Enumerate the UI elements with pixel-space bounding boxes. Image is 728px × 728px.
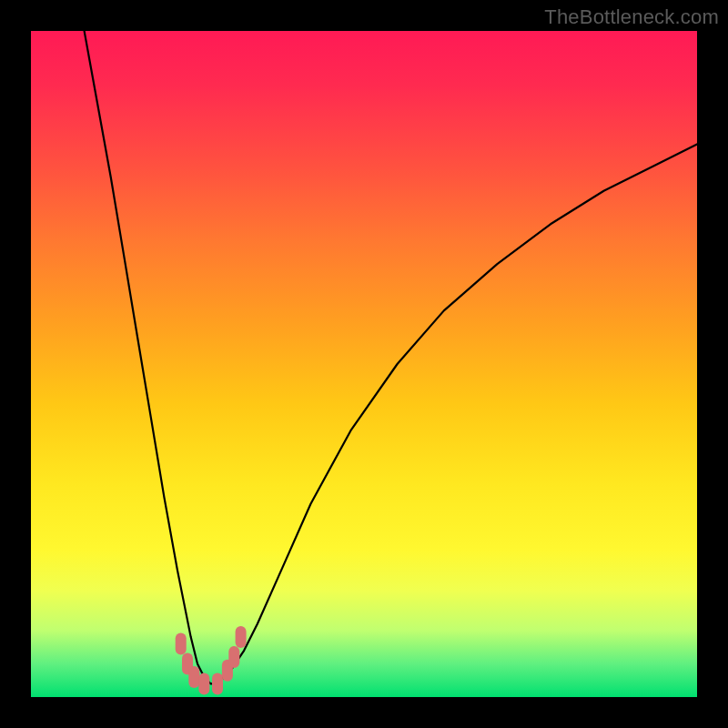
chart-svg [31, 31, 697, 697]
plot-area [31, 31, 697, 697]
bottleneck-curve [85, 31, 697, 683]
curve-marker [228, 646, 239, 668]
curve-marker [236, 626, 247, 648]
chart-container: TheBottleneck.com [0, 0, 728, 728]
curve-marker [198, 672, 209, 694]
watermark-text: TheBottleneck.com [544, 5, 719, 29]
curve-marker [188, 666, 199, 688]
curve-marker [212, 672, 223, 694]
curve-marker [176, 632, 187, 654]
